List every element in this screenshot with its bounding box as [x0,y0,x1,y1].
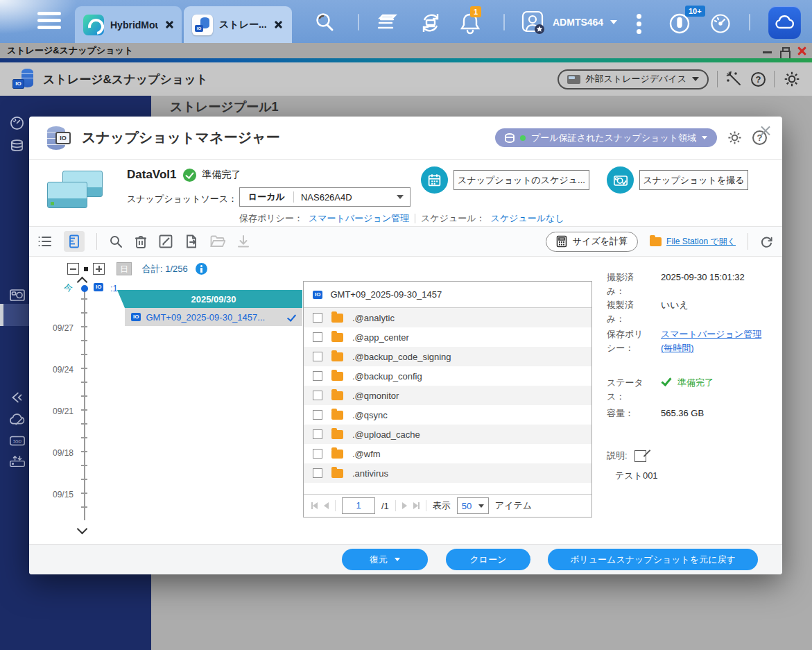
search-snapshot-icon[interactable] [109,234,123,248]
status-check-icon [661,375,671,386]
clone-button[interactable]: クローン [446,549,530,570]
file-list: .@analytic .@app_center .@backup_code_si… [304,308,591,494]
clone-label: クローン [470,554,507,566]
first-page-icon[interactable] [311,502,318,509]
snapshot-settings-gear-icon[interactable] [727,130,743,146]
policy-link[interactable]: スマートバージョン管理 [309,212,409,225]
description-value-row: テスト001 [615,469,658,483]
open-in-file-station[interactable]: File Station で開く [650,236,736,248]
checkbox[interactable] [313,352,322,361]
checkbox[interactable] [313,391,322,400]
refresh-icon[interactable] [760,235,773,248]
file-row[interactable]: .@backup_config [304,366,591,386]
file-row[interactable]: .@analytic [304,308,591,327]
checkbox[interactable] [313,332,322,342]
checkbox[interactable] [313,371,322,381]
file-row[interactable]: .@app_center [304,327,591,347]
search-icon[interactable] [313,11,336,36]
policy-link[interactable]: スマートバージョン管理 (毎時間) [650,327,765,354]
zoom-in-icon[interactable] [93,263,105,275]
external-storage-button[interactable]: 外部ストレージデバイス [558,69,709,89]
close-window-icon[interactable] [797,46,806,55]
divider [503,14,505,31]
zoom-out-icon[interactable] [67,263,79,275]
folder-icon [331,372,343,381]
schedule-link[interactable]: スケジュールなし [491,212,564,225]
timeline-view-icon[interactable] [64,231,85,252]
dialog-close-icon[interactable] [760,125,771,136]
divider [748,233,748,250]
file-row[interactable]: .antivirus [304,463,591,483]
file-name: .@qsync [352,410,388,420]
window-title: ストレージ&スナップショット [7,44,133,57]
description-label: 説明: [607,450,628,462]
open-folder-icon[interactable] [210,235,225,248]
divider [774,71,775,87]
delete-snapshot-icon[interactable] [135,234,147,248]
file-row[interactable]: .@qsync [304,405,591,425]
snapshot-card-row[interactable]: IO GMT+09_2025-09-30_1457... [125,308,302,326]
prev-page-icon[interactable] [324,502,329,509]
main-menu-icon[interactable] [37,12,61,33]
file-row[interactable]: .@qmonitor [304,386,591,405]
divider [395,500,396,511]
file-station-link[interactable]: File Station で開く [666,236,736,248]
wizard-icon[interactable] [726,71,743,87]
detail-replicated: 複製済み： いいえ [607,298,689,325]
close-tab-icon[interactable] [164,20,173,29]
activity-log-icon[interactable] [376,12,398,35]
external-drive-icon [567,75,580,84]
file-row[interactable]: .@wfm [304,444,591,463]
timeline-scroll-up-icon[interactable] [78,276,87,284]
clone-snapshot-icon[interactable] [184,234,198,248]
pool-guaranteed-space-button[interactable]: プール保証されたスナップショット領域 [495,128,717,147]
close-tab-icon[interactable] [273,20,282,29]
download-icon[interactable] [237,234,250,248]
page-size-select[interactable]: 50 [457,497,489,514]
next-page-icon[interactable] [402,502,407,509]
list-view-icon[interactable] [38,235,52,248]
revert-label: ボリュームスナップショットを元に戻す [570,554,736,566]
help-icon[interactable]: ? [751,72,766,87]
page-total: /1 [381,501,389,511]
checkbox[interactable] [313,410,322,420]
description-value: テスト001 [615,469,658,483]
timeline-date: 09/21 [29,407,74,416]
day-unit-button[interactable]: 日 [116,262,132,275]
detail-status: ステータス： 準備完了 [607,376,714,403]
more-options-icon[interactable] [637,14,642,37]
calculate-size-button[interactable]: サイズを計算 [546,232,638,252]
page-number-input[interactable]: 1 [342,497,375,514]
timeline-scroll-down-icon[interactable] [78,526,87,534]
timeline-snapshot-dot[interactable] [81,285,88,292]
snapshot-content: 日 合計: 1/256 今 IO :1 09/27 09/24 09/21 09… [29,257,782,544]
myqnapcloud-icon[interactable] [768,6,801,39]
timeline-today-label: 今 [64,282,73,294]
checkbox[interactable] [313,449,322,459]
tab-storage-snapshot[interactable]: IO ストレー... [184,6,292,43]
volume-icon [44,169,108,214]
user-menu[interactable]: ADMTS464 [520,9,617,35]
minimize-icon[interactable] [763,51,772,53]
edit-description-icon[interactable] [634,450,646,462]
snapshot-source-select[interactable]: ローカル NAS626A4D [239,187,411,207]
checkbox[interactable] [313,429,322,439]
schedule-calendar-icon [421,166,448,194]
file-row[interactable]: .@upload_cache [304,425,591,444]
dashboard-gauge-icon[interactable] [709,12,732,38]
last-page-icon[interactable] [413,502,420,509]
file-row[interactable]: .@backup_code_signing [304,347,591,366]
checkbox[interactable] [313,468,322,478]
checkbox[interactable] [313,313,322,323]
info-icon[interactable] [196,263,207,275]
edit-snapshot-icon[interactable] [159,234,173,248]
tab-hybridmount[interactable]: HybridMount [75,6,182,43]
settings-gear-icon[interactable] [783,70,801,88]
sync-status-icon[interactable] [419,11,442,37]
schedule-snapshot-button[interactable]: スナップショットのスケジュ... [453,170,589,190]
snapshot-card[interactable]: 2025/09/30 IO GMT+09_2025-09-30_1457... [125,290,302,326]
revert-volume-snapshot-button[interactable]: ボリュームスナップショットを元に戻す [548,549,758,570]
restore-icon[interactable] [782,47,790,54]
restore-button[interactable]: 復元 [342,549,428,570]
take-snapshot-button[interactable]: スナップショットを撮る [639,170,748,190]
